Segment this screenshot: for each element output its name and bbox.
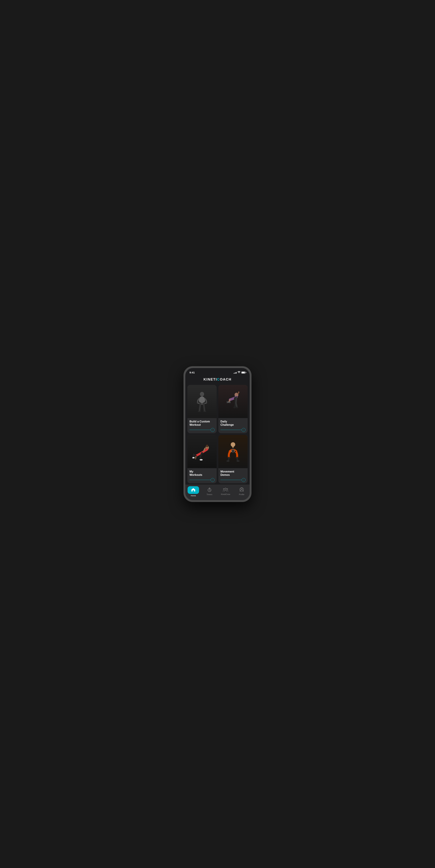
card-4-title: Movement Demos <box>221 470 245 476</box>
status-time: 9:41 <box>190 371 195 374</box>
card-2-line <box>221 430 242 430</box>
svg-point-34 <box>240 488 243 492</box>
card-2-action[interactable]: › <box>221 428 245 432</box>
svg-point-23 <box>226 460 230 462</box>
bottom-nav: Home Timers <box>185 485 250 500</box>
card-4-action[interactable]: › <box>221 478 245 482</box>
svg-point-0 <box>200 392 204 396</box>
svg-point-14 <box>206 445 208 447</box>
svg-point-24 <box>236 460 240 462</box>
main-content: Build a Custom Workout › <box>185 383 250 485</box>
svg-point-31 <box>223 489 224 490</box>
card-1-arrow[interactable]: › <box>211 428 214 432</box>
card-3-line <box>190 480 211 480</box>
card-movement-demos[interactable]: Movement Demos › <box>219 435 248 483</box>
status-icons <box>233 371 245 374</box>
notch <box>204 368 231 373</box>
nav-item-timers[interactable]: Timers <box>202 488 218 495</box>
card-3-footer: My Workouts › <box>187 468 216 483</box>
profile-icon <box>240 488 244 493</box>
svg-rect-10 <box>230 401 231 403</box>
card-4-line <box>221 480 242 480</box>
timers-icon <box>207 488 211 493</box>
card-2-footer: Daily Challenge › <box>219 418 248 433</box>
svg-point-2 <box>199 397 205 403</box>
card-my-workouts[interactable]: My Workouts › <box>187 435 216 483</box>
card-daily-challenge[interactable]: Daily Challenge › <box>219 385 248 433</box>
nav-item-home[interactable]: Home <box>185 486 202 497</box>
signal-bars-icon <box>233 372 237 374</box>
home-icon <box>191 488 196 493</box>
svg-point-12 <box>236 407 238 408</box>
card-2-arrow[interactable]: › <box>242 428 245 432</box>
logo-part2: C <box>217 377 220 381</box>
card-1-title: Build a Custom Workout <box>190 420 214 427</box>
svg-point-33 <box>241 488 242 490</box>
card-build-custom-workout[interactable]: Build a Custom Workout › <box>187 385 216 433</box>
card-3-image <box>187 435 216 468</box>
card-2-title: Daily Challenge <box>221 420 245 427</box>
nav-profile-label: Profile <box>239 493 244 495</box>
logo-part1: KINETI <box>204 377 217 381</box>
nav-item-profile[interactable]: Profile <box>234 488 250 495</box>
svg-rect-25 <box>235 451 236 452</box>
card-3-action[interactable]: › <box>190 478 214 482</box>
svg-point-15 <box>200 459 203 461</box>
svg-point-11 <box>233 407 236 408</box>
logo-part3: OACH <box>220 377 232 381</box>
svg-rect-20 <box>232 446 234 447</box>
svg-line-28 <box>209 490 210 491</box>
card-3-arrow[interactable]: › <box>211 478 214 482</box>
battery-fill <box>242 372 245 373</box>
kineticrew-icon <box>223 488 228 493</box>
wifi-icon <box>238 371 240 374</box>
app-logo: KINETICOACH <box>204 377 232 381</box>
card-1-image <box>187 385 216 418</box>
svg-point-32 <box>227 489 228 490</box>
card-1-footer: Build a Custom Workout › <box>187 418 216 433</box>
card-4-arrow[interactable]: › <box>242 478 245 482</box>
svg-point-30 <box>225 488 226 489</box>
nav-kineticrew-label: KinetiCrew <box>221 493 230 495</box>
battery-icon <box>241 372 245 374</box>
svg-point-16 <box>193 457 195 458</box>
nav-home-bg <box>187 486 199 494</box>
nav-home-label: Home <box>191 495 196 497</box>
card-3-title: My Workouts <box>190 470 214 476</box>
nav-item-kineticrew[interactable]: KinetiCrew <box>218 488 234 495</box>
phone-frame: 9:41 KINETI <box>183 366 252 502</box>
card-4-image <box>219 435 248 468</box>
svg-rect-18 <box>195 458 196 458</box>
card-1-action[interactable]: › <box>190 428 214 432</box>
card-2-image <box>219 385 248 418</box>
card-1-line <box>190 430 211 430</box>
nav-timers-label: Timers <box>206 493 212 495</box>
screen: 9:41 KINETI <box>185 368 250 500</box>
app-header: KINETICOACH <box>185 376 250 383</box>
card-4-footer: Movement Demos › <box>219 468 248 483</box>
svg-point-19 <box>231 442 235 447</box>
svg-rect-9 <box>227 401 228 403</box>
